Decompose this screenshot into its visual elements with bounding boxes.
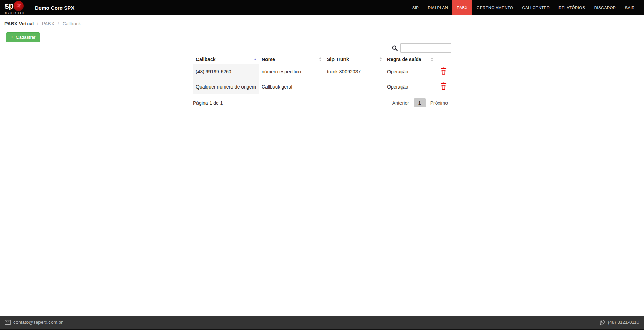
spx-logo[interactable]: sp ✕ business xyxy=(4,1,26,14)
sort-both-icon xyxy=(431,57,433,61)
column-header-actions xyxy=(436,55,451,64)
top-navbar: sp ✕ business Demo Core SPX SIP DIALPLAN… xyxy=(0,0,644,15)
nav-item-sip[interactable]: SIP xyxy=(408,0,423,15)
search-icon xyxy=(392,45,398,51)
trash-icon xyxy=(441,67,447,75)
brand-area: sp ✕ business Demo Core SPX xyxy=(0,0,74,15)
table-header-row: Callback Nome Sip Trunk Regra de saída xyxy=(193,55,451,64)
breadcrumb: PABX Virtual / PABX / Callback xyxy=(0,15,644,30)
pagination-previous-button[interactable]: Anterior xyxy=(389,98,412,107)
cell-callback: Qualquer número de origem xyxy=(193,79,259,94)
callback-table: Callback Nome Sip Trunk Regra de saída xyxy=(193,55,451,94)
mail-icon xyxy=(5,320,11,325)
breadcrumb-root[interactable]: PABX Virtual xyxy=(4,21,34,26)
table-footer-row: Página 1 de 1 Anterior 1 Próximo xyxy=(193,98,451,107)
nav-item-discador[interactable]: DISCADOR xyxy=(590,0,621,15)
logo-x-glyph: ✕ xyxy=(16,3,22,9)
cell-regra-de-saida: Operação xyxy=(384,64,436,79)
breadcrumb-item-callback: Callback xyxy=(63,21,81,26)
callback-list-panel: Callback Nome Sip Trunk Regra de saída xyxy=(193,43,451,107)
sort-both-icon xyxy=(319,57,322,61)
footer-contact-email: contato@saperx.com.br xyxy=(5,320,63,325)
column-header-sip-trunk[interactable]: Sip Trunk xyxy=(324,55,384,64)
trash-icon xyxy=(441,82,447,90)
main-nav: SIP DIALPLAN PABX GERENCIAMENTO CALLCENT… xyxy=(408,0,639,15)
footer-phone-text: (48) 3121-0110 xyxy=(608,320,639,325)
delete-button[interactable] xyxy=(441,67,447,75)
nav-item-gerenciamento[interactable]: GERENCIAMENTO xyxy=(472,0,518,15)
footer-contact-phone: (48) 3121-0110 xyxy=(599,319,639,325)
cadastrar-button[interactable]: + Cadastrar xyxy=(6,32,40,42)
column-header-nome[interactable]: Nome xyxy=(259,55,324,64)
delete-button[interactable] xyxy=(441,82,447,90)
pagination: Anterior 1 Próximo xyxy=(389,98,451,107)
plus-icon: + xyxy=(11,35,13,39)
search-input[interactable] xyxy=(400,43,451,53)
breadcrumb-item-pabx: PABX xyxy=(42,21,54,26)
column-header-regra-de-saida[interactable]: Regra de saída xyxy=(384,55,436,64)
breadcrumb-separator: / xyxy=(58,21,59,26)
nav-item-pabx[interactable]: PABX xyxy=(452,0,472,15)
sort-both-icon xyxy=(379,57,382,61)
nav-item-dialplan[interactable]: DIALPLAN xyxy=(423,0,452,15)
brand-separator xyxy=(30,2,30,13)
pagination-page-1-button[interactable]: 1 xyxy=(414,98,426,107)
logo-red-ball-icon: ✕ xyxy=(14,1,24,11)
whatsapp-icon xyxy=(599,319,605,325)
pagination-next-button[interactable]: Próximo xyxy=(427,98,451,107)
nav-item-callcenter[interactable]: CALLCENTER xyxy=(518,0,554,15)
footer: contato@saperx.com.br (48) 3121-0110 xyxy=(0,316,644,330)
cell-sip-trunk: trunk-80092037 xyxy=(324,64,384,79)
footer-email-text: contato@saperx.com.br xyxy=(13,320,63,325)
cell-nome: número específico xyxy=(259,64,324,79)
breadcrumb-separator: / xyxy=(37,21,38,26)
nav-item-sair[interactable]: SAIR xyxy=(621,0,639,15)
sort-asc-icon xyxy=(254,59,257,60)
toolbar: + Cadastrar xyxy=(0,32,644,42)
cell-actions xyxy=(436,79,451,94)
nav-item-relatorios[interactable]: RELATÓRIOS xyxy=(554,0,589,15)
table-row: (48) 99199-6260 número específico trunk-… xyxy=(193,64,451,79)
table-row: Qualquer número de origem Callback geral… xyxy=(193,79,451,94)
app-title: Demo Core SPX xyxy=(35,5,74,11)
column-header-callback[interactable]: Callback xyxy=(193,55,259,64)
cell-regra-de-saida: Operação xyxy=(384,79,436,94)
cell-sip-trunk xyxy=(324,79,384,94)
logo-subtitle: business xyxy=(4,12,26,14)
cell-callback: (48) 99199-6260 xyxy=(193,64,259,79)
search-row xyxy=(193,43,451,53)
cell-actions xyxy=(436,64,451,79)
logo-text-sp: sp xyxy=(4,2,13,10)
pagination-info: Página 1 de 1 xyxy=(193,100,223,106)
cell-nome: Callback geral xyxy=(259,79,324,94)
cadastrar-button-label: Cadastrar xyxy=(16,35,35,39)
